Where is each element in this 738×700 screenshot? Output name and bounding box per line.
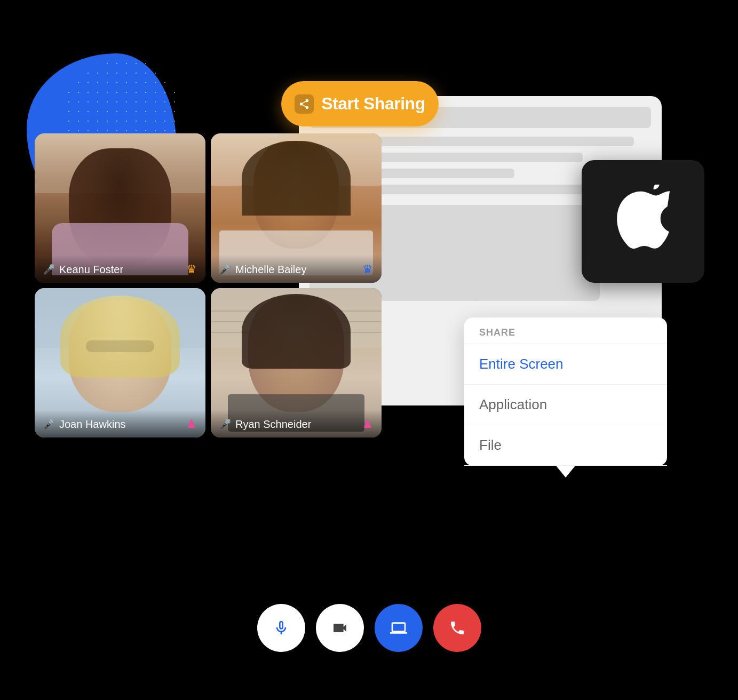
screen-share-button[interactable] xyxy=(375,604,423,652)
start-sharing-button[interactable]: Start Sharing xyxy=(281,81,439,126)
video-cell-michelle: 🎤 Michelle Bailey ♛ xyxy=(211,133,382,283)
person-name-michelle: Michelle Bailey xyxy=(235,264,306,276)
mic-icon-michelle: 🎤 xyxy=(219,264,231,275)
share-menu-header: SHARE xyxy=(464,317,667,344)
main-scene: Start Sharing SHARE Entire Screen Applic… xyxy=(0,0,738,700)
video-grid: 🎤 Keanu Foster ♛ 🎤 Michelle Bailey xyxy=(35,133,382,438)
role-icon-michelle: ♛ xyxy=(362,262,373,276)
share-menu-item-application[interactable]: Application xyxy=(464,385,667,425)
video-label-michelle: 🎤 Michelle Bailey ♛ xyxy=(211,255,382,283)
video-cell-ryan: 🎤 Ryan Schneider ♟ xyxy=(211,288,382,438)
video-label-keanu: 🎤 Keanu Foster ♛ xyxy=(35,255,205,283)
share-menu: SHARE Entire Screen Application File xyxy=(464,317,667,466)
apple-logo-card xyxy=(582,160,704,283)
video-label-left-michelle: 🎤 Michelle Bailey xyxy=(219,264,306,276)
share-menu-item-file[interactable]: File xyxy=(464,425,667,466)
person-name-ryan: Ryan Schneider xyxy=(235,418,311,431)
video-label-left-joan: 🎤 Joan Hawkins xyxy=(43,418,126,431)
camera-button[interactable] xyxy=(316,604,364,652)
start-sharing-label: Start Sharing xyxy=(321,94,425,114)
mic-icon-ryan: 🎤 xyxy=(219,418,231,430)
share-menu-arrow xyxy=(556,466,575,478)
video-cell-keanu: 🎤 Keanu Foster ♛ xyxy=(35,133,205,283)
mic-icon-joan: 🎤 xyxy=(43,418,55,430)
video-cell-joan: 🎤 Joan Hawkins ♟ xyxy=(35,288,205,438)
person-name-joan: Joan Hawkins xyxy=(59,418,126,431)
role-icon-joan: ♟ xyxy=(186,417,197,431)
video-label-joan: 🎤 Joan Hawkins ♟ xyxy=(35,410,205,438)
share-menu-item-entire-screen[interactable]: Entire Screen xyxy=(464,344,667,385)
role-icon-keanu: ♛ xyxy=(186,262,197,276)
video-label-left-keanu: 🎤 Keanu Foster xyxy=(43,264,123,276)
role-icon-ryan: ♟ xyxy=(362,417,373,431)
end-call-button[interactable] xyxy=(433,604,481,652)
mic-icon-keanu: 🎤 xyxy=(43,264,55,275)
mic-button[interactable] xyxy=(257,604,305,652)
person-name-keanu: Keanu Foster xyxy=(59,264,123,276)
apple-icon xyxy=(611,185,675,258)
share-icon xyxy=(295,94,314,114)
video-label-left-ryan: 🎤 Ryan Schneider xyxy=(219,418,311,431)
video-label-ryan: 🎤 Ryan Schneider ♟ xyxy=(211,410,382,438)
controls-bar xyxy=(257,604,481,652)
